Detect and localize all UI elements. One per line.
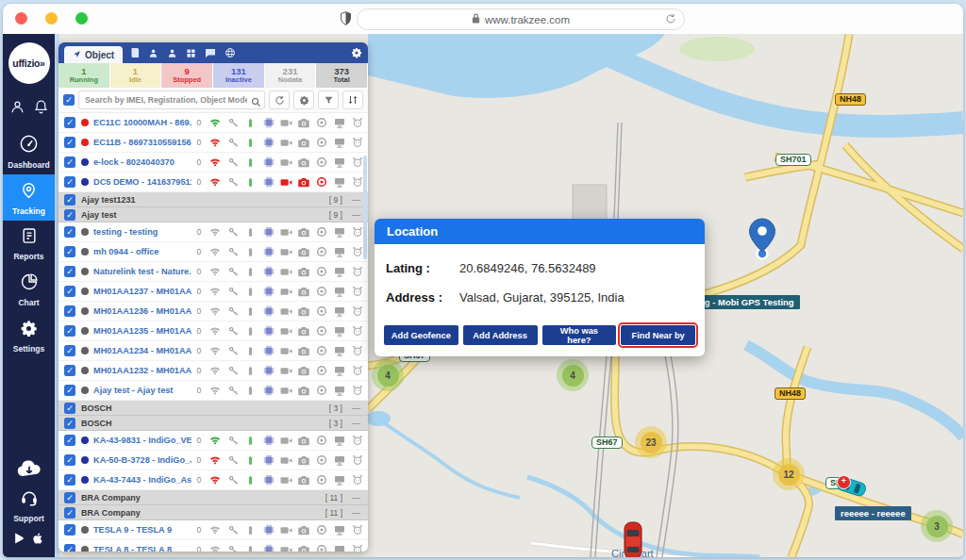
anti-theft-mask-icon[interactable] [348, 117, 366, 128]
chat-icon[interactable] [205, 48, 216, 58]
key-icon[interactable] [225, 247, 242, 257]
vehicle-row[interactable]: KA-43-7443 - IndiGo_As...0 [58, 470, 368, 490]
collapse-icon[interactable]: — [352, 210, 360, 220]
wifi-icon[interactable] [207, 286, 225, 297]
globe-icon[interactable] [225, 47, 236, 58]
vehicle-label[interactable]: reeeee - reeeee [835, 506, 911, 520]
key-icon[interactable] [225, 455, 242, 466]
vehicle-name[interactable]: MH01AA1234 - MH01AA... [93, 346, 192, 355]
group-row[interactable]: BRA Company[ 11 ]— [58, 505, 368, 520]
key-icon[interactable] [225, 366, 242, 376]
anti-theft-mask-icon[interactable] [348, 137, 366, 148]
video-camera-icon[interactable] [277, 436, 295, 446]
vehicle-name[interactable]: MH01AA1237 - MH01AA... [93, 287, 192, 296]
battery-icon[interactable] [242, 346, 259, 356]
vehicle-row[interactable]: MH01AA1235 - MH01AA...0 [58, 321, 368, 341]
monitor-icon[interactable] [330, 386, 348, 396]
panel-settings-gear-icon[interactable] [351, 42, 362, 63]
monitor-icon[interactable] [330, 306, 348, 317]
person-icon[interactable] [167, 48, 177, 58]
collapse-icon[interactable]: — [352, 493, 360, 502]
video-camera-icon[interactable] [277, 386, 295, 396]
anti-theft-mask-icon[interactable] [348, 435, 366, 446]
record-disc-icon[interactable] [313, 345, 331, 356]
apple-icon[interactable] [32, 531, 45, 550]
record-disc-icon[interactable] [313, 524, 331, 535]
chip-icon[interactable] [259, 365, 277, 376]
wifi-icon[interactable] [207, 246, 225, 257]
chip-icon[interactable] [259, 117, 277, 128]
group-checkbox[interactable] [64, 507, 75, 519]
traffic-light-zoom[interactable] [75, 12, 88, 25]
status-chip-running[interactable]: 1Running [58, 63, 110, 88]
record-disc-icon[interactable] [313, 365, 331, 376]
chip-icon[interactable] [259, 226, 277, 238]
key-icon[interactable] [225, 267, 242, 277]
search-icon[interactable] [251, 94, 261, 111]
key-icon[interactable] [225, 118, 242, 128]
battery-icon[interactable] [242, 157, 259, 168]
key-icon[interactable] [225, 545, 242, 552]
chip-icon[interactable] [259, 156, 277, 168]
support-headset-icon[interactable] [20, 489, 39, 510]
record-disc-icon[interactable] [313, 454, 331, 466]
monitor-icon[interactable] [330, 475, 348, 486]
vehicle-name[interactable]: MH01AA1232 - MH01AA... [93, 366, 192, 375]
chip-icon[interactable] [259, 544, 277, 552]
anti-theft-mask-icon[interactable] [348, 325, 366, 337]
wifi-icon[interactable] [207, 454, 225, 466]
map-pin-marker[interactable] [745, 218, 779, 267]
group-checkbox[interactable] [64, 209, 75, 221]
anti-theft-mask-icon[interactable] [348, 454, 366, 466]
battery-icon[interactable] [242, 118, 259, 128]
video-camera-icon[interactable] [277, 306, 295, 317]
key-icon[interactable] [225, 287, 242, 297]
wifi-icon[interactable] [207, 266, 225, 277]
cluster-marker[interactable]: 3 [921, 510, 953, 542]
battery-icon[interactable] [242, 177, 259, 188]
scrollbar-thumb[interactable] [363, 156, 367, 259]
group-row[interactable]: BOSCH[ 3 ]— [58, 416, 368, 431]
wifi-icon[interactable] [207, 117, 225, 128]
video-camera-icon[interactable] [277, 455, 295, 466]
chip-icon[interactable] [259, 286, 277, 297]
wifi-icon[interactable] [207, 325, 225, 337]
monitor-icon[interactable] [330, 346, 348, 356]
vehicle-name[interactable]: EC11B - 8697310559156... [93, 138, 192, 147]
battery-icon[interactable] [242, 138, 259, 148]
vehicle-name[interactable]: e-lock - 8024040370 [93, 157, 192, 167]
battery-icon[interactable] [242, 366, 259, 376]
video-camera-icon[interactable] [277, 525, 295, 535]
photo-camera-icon[interactable] [295, 436, 313, 446]
vehicle-row[interactable]: EC11B - 8697310559156...0 [58, 133, 368, 153]
anti-theft-mask-icon[interactable] [348, 474, 366, 486]
video-camera-icon[interactable] [277, 545, 295, 552]
vehicle-checkbox[interactable] [64, 305, 75, 317]
record-disc-icon[interactable] [313, 435, 331, 446]
video-camera-icon[interactable] [277, 118, 295, 128]
record-disc-icon[interactable] [313, 117, 331, 128]
status-chip-total[interactable]: 373Total [316, 63, 368, 88]
sidebar-item-settings[interactable]: Settings [3, 313, 55, 359]
record-disc-icon[interactable] [313, 325, 331, 337]
record-disc-icon[interactable] [313, 286, 331, 297]
chip-icon[interactable] [259, 266, 277, 277]
vehicle-checkbox[interactable] [64, 156, 75, 168]
key-icon[interactable] [225, 157, 242, 168]
vehicle-checkbox[interactable] [64, 365, 75, 376]
vehicle-name[interactable]: KA-50-B-3728 - IndiGo_J... [93, 455, 192, 465]
vehicle-checkbox[interactable] [64, 524, 75, 535]
anti-theft-mask-icon[interactable] [348, 286, 366, 297]
key-icon[interactable] [225, 475, 242, 486]
monitor-icon[interactable] [330, 455, 348, 466]
anti-theft-mask-icon[interactable] [348, 365, 366, 376]
key-icon[interactable] [225, 177, 242, 188]
photo-camera-icon[interactable] [295, 287, 313, 297]
wifi-icon[interactable] [207, 176, 225, 188]
anti-theft-mask-icon[interactable] [348, 345, 366, 356]
video-camera-icon[interactable] [277, 247, 295, 257]
photo-camera-icon[interactable] [295, 247, 313, 257]
chip-icon[interactable] [259, 454, 277, 466]
vehicle-name[interactable]: TESLA 8 - TESLA 8 [93, 545, 192, 552]
video-camera-icon[interactable] [277, 287, 295, 297]
